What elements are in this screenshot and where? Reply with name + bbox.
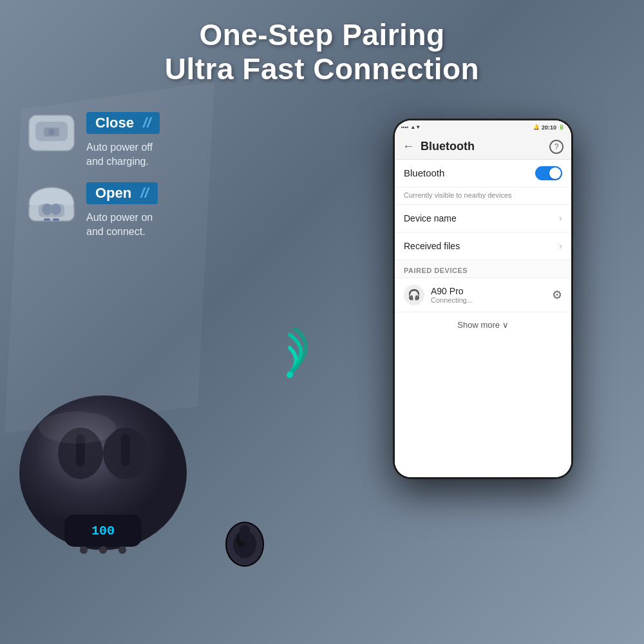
close-instruction: Close Auto power off and charging. xyxy=(26,112,160,169)
earbuds-main-area: 100 xyxy=(6,344,213,576)
open-text-section: Open Auto power on and connect. xyxy=(86,182,158,240)
open-badge: Open xyxy=(86,182,158,204)
received-files-menu-item[interactable]: Received files › xyxy=(395,232,571,260)
bluetooth-toggle-label: Bluetooth xyxy=(404,167,444,178)
chevron-right-icon: › xyxy=(559,213,562,224)
svg-point-3 xyxy=(48,129,55,135)
signal-icon xyxy=(251,328,316,393)
show-more-button[interactable]: Show more ∨ xyxy=(395,312,571,337)
svg-point-19 xyxy=(99,546,107,554)
device-icon: 🎧 xyxy=(404,285,424,305)
battery-icon: 🔋 xyxy=(558,124,565,130)
open-description: Auto power on and connect. xyxy=(86,211,158,240)
phone-reflection xyxy=(402,385,564,457)
device-status: Connecting... xyxy=(431,296,552,304)
earbud-svg xyxy=(206,512,283,576)
device-gear-icon[interactable]: ⚙ xyxy=(552,288,562,302)
svg-point-20 xyxy=(118,546,126,554)
title-line2: Ultra Fast Connection xyxy=(165,52,479,86)
paired-device-row[interactable]: 🎧 A90 Pro Connecting... ⚙ xyxy=(395,278,571,312)
bluetooth-toggle-row: Bluetooth xyxy=(395,160,571,187)
device-info: A90 Pro Connecting... xyxy=(431,286,552,304)
left-panel: Close Auto power off and charging. xyxy=(0,99,322,582)
svg-rect-26 xyxy=(240,525,250,543)
svg-point-18 xyxy=(80,546,88,554)
wifi-status: ▲▼ xyxy=(410,124,421,130)
earbuds-case-svg: 100 xyxy=(6,344,200,563)
content-area: Close Auto power off and charging. xyxy=(0,99,644,582)
signal-icon-container xyxy=(251,328,316,395)
svg-rect-9 xyxy=(53,218,59,221)
close-description: Auto power off and charging. xyxy=(86,140,160,169)
close-badge: Close xyxy=(86,112,160,134)
paired-devices-header: PAIRED DEVICES xyxy=(395,260,571,278)
right-panel: ▪▪▪▪ ▲▼ 🔔 20:10 🔋 ← Bluetooth xyxy=(322,99,644,582)
closed-case-icon xyxy=(26,112,77,154)
help-button[interactable]: ? xyxy=(549,140,564,154)
svg-text:100: 100 xyxy=(91,524,115,538)
status-bar-right: 🔔 20:10 🔋 xyxy=(533,124,565,131)
svg-point-7 xyxy=(51,204,61,215)
close-label-box: Close xyxy=(86,112,160,134)
device-name-menu-item[interactable]: Device name › xyxy=(395,205,571,232)
status-bar-left: ▪▪▪▪ ▲▼ xyxy=(401,124,421,130)
svg-rect-15 xyxy=(121,434,130,466)
title-line1: One-Step Pairing xyxy=(199,18,444,52)
bluetooth-toggle-switch[interactable] xyxy=(535,166,562,180)
open-case-icon xyxy=(26,182,77,224)
received-files-label: Received files xyxy=(404,241,460,251)
bluetooth-title: Bluetooth xyxy=(421,140,549,153)
open-instruction: Open Auto power on and connect. xyxy=(26,182,158,240)
main-container: One-Step Pairing Ultra Fast Connection xyxy=(0,0,644,644)
svg-rect-8 xyxy=(44,218,50,221)
device-name: A90 Pro xyxy=(431,286,552,296)
open-label-box: Open xyxy=(86,182,158,204)
header: One-Step Pairing Ultra Fast Connection xyxy=(0,0,644,99)
status-bar: ▪▪▪▪ ▲▼ 🔔 20:10 🔋 xyxy=(395,120,571,135)
device-name-label: Device name xyxy=(404,213,457,223)
svg-point-21 xyxy=(39,412,116,444)
bluetooth-header: ← Bluetooth ? xyxy=(395,135,571,160)
svg-point-6 xyxy=(42,204,52,215)
close-text-section: Close Auto power off and charging. xyxy=(86,112,160,169)
back-button[interactable]: ← xyxy=(402,140,414,153)
main-title: One-Step Pairing Ultra Fast Connection xyxy=(13,18,631,86)
visible-to-nearby: Currently visible to nearby devices xyxy=(395,187,571,205)
loose-earbud xyxy=(206,512,283,579)
chevron-right-icon-2: › xyxy=(559,240,562,252)
notification-icon: 🔔 xyxy=(533,124,540,130)
svg-point-10 xyxy=(287,372,293,378)
status-time: 20:10 xyxy=(542,124,556,131)
signal-bars: ▪▪▪▪ xyxy=(401,124,408,130)
